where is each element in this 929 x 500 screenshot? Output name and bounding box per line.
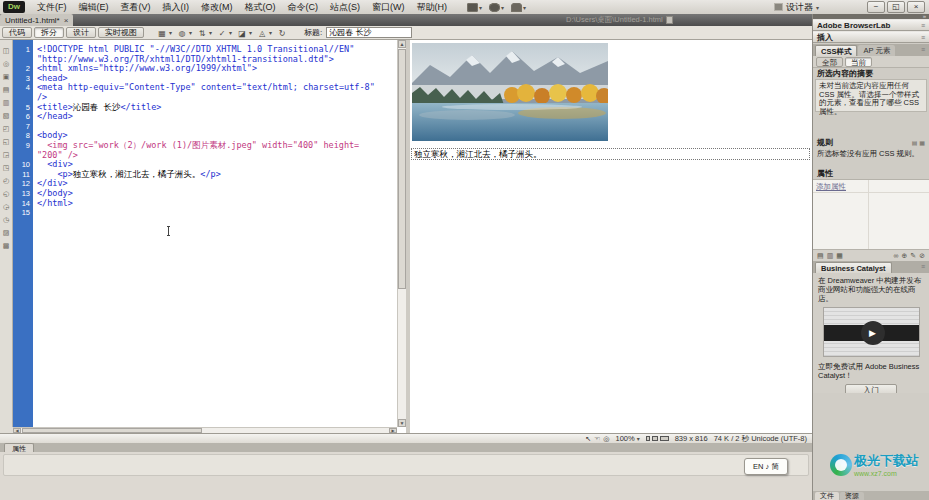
code-line[interactable] xyxy=(37,122,397,132)
file-management-icon[interactable]: ⇅▾ xyxy=(196,27,212,38)
restore-button[interactable]: ◱ xyxy=(887,1,905,13)
menu-item[interactable]: 窗口(W) xyxy=(366,0,411,14)
panel-menu-icon[interactable]: ≡ xyxy=(921,263,925,270)
css-all-button[interactable]: 全部 xyxy=(816,57,843,67)
tab-ap-elements[interactable]: AP 元素 xyxy=(858,45,895,56)
code-line[interactable]: </body> xyxy=(37,189,397,199)
tablet-size-icon[interactable] xyxy=(652,436,658,441)
browserlab-panel-header[interactable]: Adobe BrowserLab ≡ xyxy=(813,19,929,31)
design-view[interactable]: 独立寒秋，湘江北去，橘子洲头。 xyxy=(410,40,812,433)
preview-in-browser-icon[interactable]: ◍▾ xyxy=(176,27,192,38)
code-line[interactable]: </div> xyxy=(37,179,397,189)
hand-tool-icon[interactable]: ☜ xyxy=(594,435,600,443)
menu-item[interactable]: 查看(V) xyxy=(115,0,157,14)
code-line[interactable]: <p>独立寒秋，湘江北去，橘子洲头。</p> xyxy=(37,170,397,180)
show-code-navigator-icon[interactable]: ◎ xyxy=(1,59,11,69)
check-browser-compat-icon[interactable]: ◪▾ xyxy=(236,27,252,38)
select-tool-icon[interactable]: ↖ xyxy=(585,435,591,443)
code-vertical-scrollbar[interactable]: ▲ ▼ xyxy=(397,40,406,427)
code-editor[interactable]: <!DOCTYPE html PUBLIC "-//W3C//DTD XHTML… xyxy=(33,40,397,427)
desktop-size-icon[interactable] xyxy=(660,436,669,441)
cs-live-button[interactable]: ▾ xyxy=(511,3,526,12)
highlight-invalid-code-icon[interactable]: ◲ xyxy=(1,150,11,160)
window-size-value[interactable]: 839 x 816 xyxy=(675,434,708,443)
zoom-tool-icon[interactable]: ◎ xyxy=(603,435,609,443)
menu-item[interactable]: 文件(F) xyxy=(31,0,73,14)
panel-menu-icon[interactable]: ≡ xyxy=(921,22,925,29)
tab-files[interactable]: 文件 xyxy=(815,492,839,500)
close-button[interactable]: × xyxy=(907,1,925,13)
open-documents-icon[interactable]: ◫ xyxy=(1,46,11,56)
menu-item[interactable]: 插入(I) xyxy=(157,0,196,14)
delete-css-rule-icon[interactable]: ⊘ xyxy=(919,252,925,260)
extensions-menu-button[interactable]: ▾ xyxy=(467,3,482,12)
apply-comment-icon[interactable]: ◴ xyxy=(1,176,11,186)
code-line[interactable]: </head> xyxy=(37,112,397,122)
phone-size-icon[interactable] xyxy=(646,436,650,441)
menu-item[interactable]: 站点(S) xyxy=(324,0,366,14)
w3c-validation-icon[interactable]: ✓▾ xyxy=(216,27,232,38)
refresh-design-view-icon[interactable]: ↻ xyxy=(276,27,288,38)
menu-item[interactable]: 修改(M) xyxy=(195,0,239,14)
panel-menu-icon[interactable]: ≡ xyxy=(921,46,925,53)
bc-video-thumbnail[interactable]: ▶ xyxy=(823,307,920,357)
code-line[interactable]: "200" /> xyxy=(37,151,397,161)
code-line[interactable]: <meta http-equiv="Content-Type" content=… xyxy=(37,83,397,93)
line-numbers-icon[interactable]: ◱ xyxy=(1,137,11,147)
document-title-input[interactable] xyxy=(326,27,412,38)
code-line[interactable]: <html xmlns="http://www.w3.org/1999/xhtm… xyxy=(37,64,397,74)
menu-item[interactable]: 格式(O) xyxy=(239,0,282,14)
play-icon[interactable]: ▶ xyxy=(861,321,885,345)
panel-menu-icon[interactable]: ≡ xyxy=(921,34,925,41)
show-cascade-icon[interactable]: ▤ xyxy=(912,138,918,148)
visual-aids-icon[interactable]: ◬▾ xyxy=(256,27,272,38)
multiscreen-preview-icon[interactable]: ▦▾ xyxy=(156,27,172,38)
collapse-selection-icon[interactable]: ▤ xyxy=(1,85,11,95)
workspace-switcher[interactable]: 设计器 ▾ xyxy=(774,0,819,14)
design-view-button[interactable]: 设计 xyxy=(66,27,96,38)
move-css-rule-icon[interactable]: ▨ xyxy=(1,228,11,238)
code-line[interactable]: <img src="work（2）/work (1)/图片素材.jpeg" wi… xyxy=(37,141,397,151)
syntax-error-alerts-icon[interactable]: ◳ xyxy=(1,163,11,173)
expand-all-icon[interactable]: ▥ xyxy=(1,98,11,108)
sync-settings-button[interactable]: ▾ xyxy=(489,3,504,12)
tab-css-styles[interactable]: CSS样式 xyxy=(815,45,857,56)
property-inspector-tab[interactable]: 属性 xyxy=(4,443,34,452)
split-view-button[interactable]: 拆分 xyxy=(34,27,64,38)
new-css-rule-icon[interactable]: ⊕ xyxy=(901,252,907,260)
show-category-view-icon[interactable]: ▤ xyxy=(817,252,824,260)
scrollbar-thumb[interactable] xyxy=(398,49,406,289)
live-view-button[interactable]: 实时视图 xyxy=(98,27,144,38)
menu-item[interactable]: 命令(C) xyxy=(282,0,325,14)
zoom-level-select[interactable]: 100% ▾ xyxy=(615,434,639,443)
show-list-view-icon[interactable]: ▥ xyxy=(827,252,834,260)
code-view-button[interactable]: 代码 xyxy=(2,27,32,38)
insert-panel-header[interactable]: 插入 ≡ xyxy=(813,31,929,43)
code-line[interactable] xyxy=(37,208,397,218)
code-line[interactable]: <title>沁园春 长沙</title> xyxy=(37,103,397,113)
scroll-up-icon[interactable]: ▲ xyxy=(398,40,406,48)
wrap-tag-icon[interactable]: ◶ xyxy=(1,202,11,212)
recent-snippets-icon[interactable]: ◷ xyxy=(1,215,11,225)
tab-assets[interactable]: 资源 xyxy=(840,492,864,500)
tab-close-icon[interactable]: × xyxy=(64,16,69,25)
tab-business-catalyst[interactable]: Business Catalyst xyxy=(815,262,892,273)
design-paragraph[interactable]: 独立寒秋，湘江北去，橘子洲头。 xyxy=(411,148,810,160)
edit-style-icon[interactable]: ✎ xyxy=(910,252,916,260)
landscape-image[interactable] xyxy=(412,43,608,141)
menu-item[interactable]: 编辑(E) xyxy=(73,0,115,14)
code-line[interactable]: </html> xyxy=(37,199,397,209)
format-source-code-icon[interactable]: ▩ xyxy=(1,241,11,251)
attach-stylesheet-icon[interactable]: ∞ xyxy=(893,252,898,260)
scroll-down-icon[interactable]: ▼ xyxy=(398,419,406,427)
collapse-full-tag-icon[interactable]: ▣ xyxy=(1,72,11,82)
balance-braces-icon[interactable]: ◰ xyxy=(1,124,11,134)
show-set-properties-icon[interactable]: ▦ xyxy=(836,252,843,260)
remove-comment-icon[interactable]: ◵ xyxy=(1,189,11,199)
add-property-link[interactable]: 添加属性 xyxy=(816,182,846,192)
show-summary-icon[interactable]: ▦ xyxy=(919,138,925,148)
document-tab[interactable]: Untitled-1.html* × xyxy=(0,14,73,26)
minimize-button[interactable]: − xyxy=(867,1,885,13)
language-bar[interactable]: EN ♪ 简 xyxy=(744,458,788,475)
menu-item[interactable]: 帮助(H) xyxy=(411,0,454,14)
